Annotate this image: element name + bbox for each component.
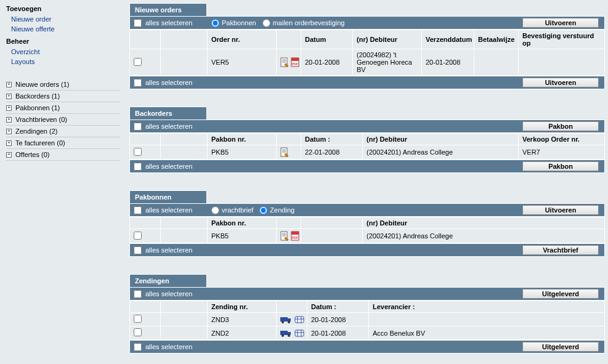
sidebar-link-new-order[interactable]: Nieuwe order — [6, 14, 120, 24]
select-all-checkbox[interactable] — [134, 290, 142, 298]
th-betaal: Betaalwijze — [474, 30, 519, 49]
svg-point-20 — [282, 321, 284, 323]
radio-zending[interactable]: Zending — [259, 206, 294, 214]
zendingen-table: Zending nr. Datum : Leverancier : ZND3 2… — [129, 301, 605, 340]
pdf-icon[interactable]: PDF — [291, 231, 299, 241]
svg-rect-26 — [280, 331, 288, 335]
vrachtbrief-button[interactable]: Vrachtbrief — [522, 245, 599, 255]
sidebar-heading-add: Toevoegen — [6, 5, 120, 12]
th-verkoop: Verkoop Order nr. — [519, 134, 605, 145]
select-all-checkbox[interactable] — [134, 246, 142, 254]
sidebar-item-label: Te factureren (0) — [15, 139, 65, 147]
svg-rect-5 — [291, 58, 299, 61]
sidebar-item-label: Nieuwe orders (1) — [15, 81, 69, 88]
select-all-label: alles selecteren — [145, 246, 192, 254]
uitvoeren-button[interactable]: Uitvoeren — [522, 18, 599, 28]
radio-input[interactable] — [262, 19, 270, 27]
table-row: PKB5 PDF (20024201) Andreas College — [130, 229, 605, 243]
pakbon-button[interactable]: Pakbon — [522, 121, 599, 131]
truck-icon[interactable] — [280, 329, 293, 338]
sidebar-item-nieuwe-orders[interactable]: +Nieuwe orders (1) — [6, 79, 120, 91]
svg-text:PDF: PDF — [292, 62, 298, 66]
plus-icon: + — [6, 105, 12, 111]
document-icon[interactable] — [280, 231, 289, 241]
sidebar-item-label: Zendingen (2) — [15, 127, 58, 135]
pakbon-button[interactable]: Pakbon — [522, 161, 599, 171]
panel-title: Backorders — [129, 107, 207, 119]
plus-icon: + — [6, 82, 12, 87]
cell-datum: 20-01-2008 — [307, 326, 369, 340]
sidebar-item-vrachtbrieven[interactable]: +Vrachtbrieven (0) — [6, 114, 120, 126]
uitgeleverd-button[interactable]: Uitgeleverd — [522, 342, 599, 352]
plus-icon: + — [6, 117, 12, 123]
th-debiteur: (nr) Debiteur — [353, 30, 422, 49]
sidebar-item-zendingen[interactable]: +Zendingen (2) — [6, 126, 120, 137]
pdf-icon[interactable]: PDF — [291, 57, 299, 67]
select-all-checkbox[interactable] — [134, 123, 142, 131]
select-all-checkbox[interactable] — [134, 206, 142, 214]
cell-datum: 22-01-2008 — [301, 145, 363, 160]
sidebar-item-label: Offertes (0) — [15, 151, 49, 158]
uitvoeren-button[interactable]: Uitvoeren — [522, 205, 599, 215]
table-row: ZND2 20-01-2008 Acco Benelux BV — [130, 326, 605, 340]
select-all-checkbox[interactable] — [134, 343, 142, 351]
table-row: ZND3 20-01-2008 — [130, 313, 605, 326]
sidebar-link-overview[interactable]: Overzicht — [6, 47, 120, 57]
table-row: VER5 PDF 20-01-2008 (20024982) 't Genoeg… — [130, 49, 605, 76]
row-checkbox[interactable] — [134, 315, 142, 323]
sidebar-link-layouts[interactable]: Layouts — [6, 57, 120, 67]
truck-icon[interactable] — [280, 315, 293, 324]
cell-leverancier — [369, 313, 605, 326]
row-checkbox[interactable] — [134, 232, 142, 240]
cell-leverancier: Acco Benelux BV — [369, 326, 605, 340]
sidebar-link-new-quote[interactable]: Nieuwe offerte — [6, 24, 120, 34]
cell-debiteur: (20024982) 't Genoegen Horeca BV — [353, 49, 422, 76]
cell-betaal — [474, 49, 519, 76]
svg-point-28 — [282, 334, 284, 337]
select-all-checkbox[interactable] — [134, 79, 142, 87]
svg-point-29 — [288, 334, 290, 337]
sidebar-item-backorders[interactable]: +Backorders (1) — [6, 91, 120, 102]
select-all-checkbox[interactable] — [134, 19, 142, 27]
cell-zendingnr: ZND2 — [208, 326, 277, 340]
cell-bevest — [519, 49, 605, 76]
document-icon[interactable] — [280, 147, 289, 157]
panel-backorders: Backorders alles selecteren Pakbon Pakbo… — [129, 107, 605, 173]
svg-text:PDF: PDF — [292, 236, 298, 240]
radio-input[interactable] — [259, 206, 267, 214]
row-checkbox[interactable] — [134, 148, 142, 156]
svg-point-21 — [288, 321, 290, 323]
radio-mailorder[interactable]: mailen orderbevestiging — [262, 19, 345, 27]
package-icon[interactable] — [294, 315, 304, 324]
select-all-checkbox[interactable] — [134, 163, 142, 171]
radio-pakbonnen[interactable]: Pakbonnen — [211, 19, 256, 27]
row-checkbox[interactable] — [134, 58, 142, 66]
sidebar-item-pakbonnen[interactable]: +Pakbonnen (1) — [6, 102, 120, 114]
radio-vrachtbrief[interactable]: vrachtbrief — [211, 206, 253, 214]
th-datum: Datum : — [307, 301, 369, 313]
select-all-label: alles selecteren — [145, 163, 192, 170]
cell-debiteur: (20024201) Andreas College — [363, 229, 605, 243]
panel-title: Pakbonnen — [129, 190, 207, 203]
radio-input[interactable] — [211, 206, 219, 214]
cell-pakbonnr: PKB5 — [208, 229, 277, 243]
row-checkbox[interactable] — [134, 328, 142, 336]
th-verzend: Verzenddatum — [422, 30, 474, 49]
orders-table: Order nr. Datum (nr) Debiteur Verzenddat… — [129, 30, 605, 76]
document-icon[interactable] — [280, 57, 289, 67]
th-bevest: Bevestiging verstuurd op — [519, 30, 605, 49]
uitgeleverd-button[interactable]: Uitgeleverd — [522, 289, 599, 299]
select-all-label: alles selecteren — [145, 206, 192, 214]
panel-nieuwe-orders: Nieuwe orders alles selecteren Pakbonnen… — [129, 3, 605, 89]
svg-rect-22 — [295, 317, 304, 323]
panel-top-bar: alles selecteren vrachtbrief Zending Uit… — [129, 203, 605, 217]
uitvoeren-button[interactable]: Uitvoeren — [522, 78, 599, 87]
sidebar-item-offertes[interactable]: +Offertes (0) — [6, 149, 120, 161]
radio-input[interactable] — [211, 19, 219, 27]
plus-icon: + — [6, 129, 12, 134]
main: Nieuwe orders alles selecteren Pakbonnen… — [126, 0, 608, 364]
sidebar-item-te-factureren[interactable]: +Te factureren (0) — [6, 137, 120, 149]
sidebar-item-label: Backorders (1) — [15, 92, 60, 100]
panel-zendingen: Zendingen alles selecteren Uitgeleverd Z… — [129, 274, 605, 354]
package-icon[interactable] — [294, 329, 304, 338]
